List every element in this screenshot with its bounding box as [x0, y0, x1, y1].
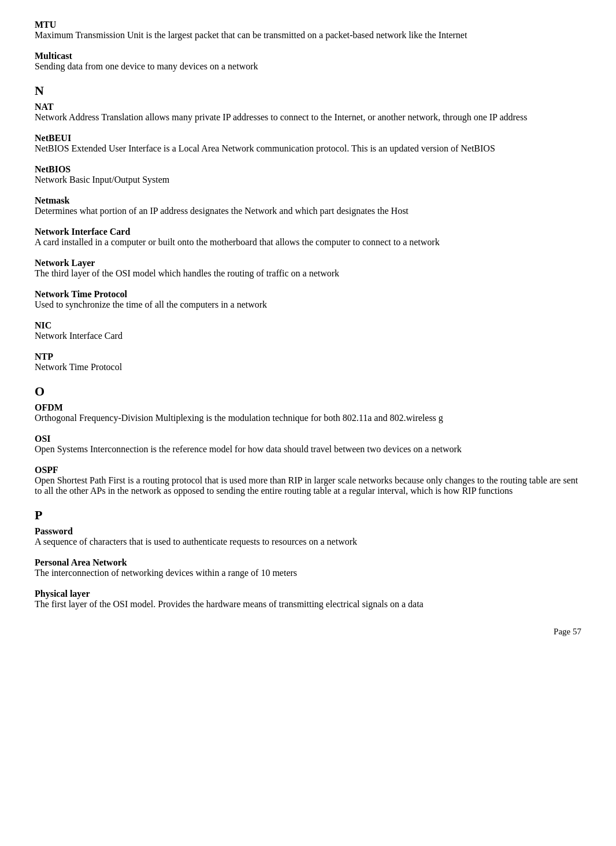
entry-1: NetBEUINetBIOS Extended User Interface i…: [35, 133, 581, 154]
term-7: NIC: [35, 320, 581, 331]
top-entries: MTU Maximum Transmission Unit is the lar…: [35, 20, 581, 72]
letter-N: N: [35, 83, 581, 98]
entry-4: Network Interface CardA card installed i…: [35, 227, 581, 247]
p-items: PasswordA sequence of characters that is…: [35, 526, 581, 609]
entry-2: OSPFOpen Shortest Path First is a routin…: [35, 465, 581, 496]
term-2: NetBIOS: [35, 164, 581, 175]
letter-P: P: [35, 508, 581, 523]
multicast-term: Multicast: [35, 51, 581, 61]
term-0: OFDM: [35, 402, 581, 413]
entry-2: Physical layerThe first layer of the OSI…: [35, 589, 581, 609]
term-2: OSPF: [35, 465, 581, 475]
letter-O: O: [35, 384, 581, 399]
entry-8: NTPNetwork Time Protocol: [35, 352, 581, 372]
definition-0: Orthogonal Frequency-Division Multiplexi…: [35, 413, 581, 423]
o-items: OFDMOrthogonal Frequency-Division Multip…: [35, 402, 581, 496]
multicast-entry: Multicast Sending data from one device t…: [35, 51, 581, 72]
definition-1: Open Systems Interconnection is the refe…: [35, 444, 581, 455]
definition-4: A card installed in a computer or built …: [35, 237, 581, 247]
mtu-definition: Maximum Transmission Unit is the largest…: [35, 30, 581, 40]
section-P: P PasswordA sequence of characters that …: [35, 508, 581, 609]
entry-0: NATNetwork Address Translation allows ma…: [35, 102, 581, 123]
definition-0: A sequence of characters that is used to…: [35, 537, 581, 547]
definition-1: The interconnection of networking device…: [35, 568, 581, 578]
definition-0: Network Address Translation allows many …: [35, 112, 581, 123]
section-N: N NATNetwork Address Translation allows …: [35, 83, 581, 372]
entry-7: NICNetwork Interface Card: [35, 320, 581, 341]
entry-5: Network LayerThe third layer of the OSI …: [35, 258, 581, 279]
term-8: NTP: [35, 352, 581, 362]
definition-8: Network Time Protocol: [35, 362, 581, 372]
term-1: Personal Area Network: [35, 557, 581, 568]
definition-5: The third layer of the OSI model which h…: [35, 268, 581, 279]
mtu-entry: MTU Maximum Transmission Unit is the lar…: [35, 20, 581, 40]
section-O: O OFDMOrthogonal Frequency-Division Mult…: [35, 384, 581, 496]
n-items: NATNetwork Address Translation allows ma…: [35, 102, 581, 372]
term-6: Network Time Protocol: [35, 289, 581, 300]
entry-0: OFDMOrthogonal Frequency-Division Multip…: [35, 402, 581, 423]
mtu-term: MTU: [35, 20, 581, 30]
entry-6: Network Time ProtocolUsed to synchronize…: [35, 289, 581, 310]
term-0: NAT: [35, 102, 581, 112]
definition-1: NetBIOS Extended User Interface is a Loc…: [35, 143, 581, 154]
definition-3: Determines what portion of an IP address…: [35, 206, 581, 216]
term-1: NetBEUI: [35, 133, 581, 143]
multicast-definition: Sending data from one device to many dev…: [35, 61, 581, 72]
entry-2: NetBIOSNetwork Basic Input/Output System: [35, 164, 581, 185]
definition-2: The first layer of the OSI model. Provid…: [35, 599, 581, 609]
entry-1: Personal Area NetworkThe interconnection…: [35, 557, 581, 578]
page-footer: Page 57: [35, 627, 581, 637]
definition-7: Network Interface Card: [35, 331, 581, 341]
page-number: Page 57: [554, 627, 581, 636]
term-4: Network Interface Card: [35, 227, 581, 237]
entry-1: OSIOpen Systems Interconnection is the r…: [35, 434, 581, 455]
term-1: OSI: [35, 434, 581, 444]
entry-3: NetmaskDetermines what portion of an IP …: [35, 195, 581, 216]
entry-0: PasswordA sequence of characters that is…: [35, 526, 581, 547]
definition-2: Open Shortest Path First is a routing pr…: [35, 475, 581, 496]
term-0: Password: [35, 526, 581, 537]
definition-2: Network Basic Input/Output System: [35, 175, 581, 185]
term-3: Netmask: [35, 195, 581, 206]
term-5: Network Layer: [35, 258, 581, 268]
definition-6: Used to synchronize the time of all the …: [35, 300, 581, 310]
term-2: Physical layer: [35, 589, 581, 599]
